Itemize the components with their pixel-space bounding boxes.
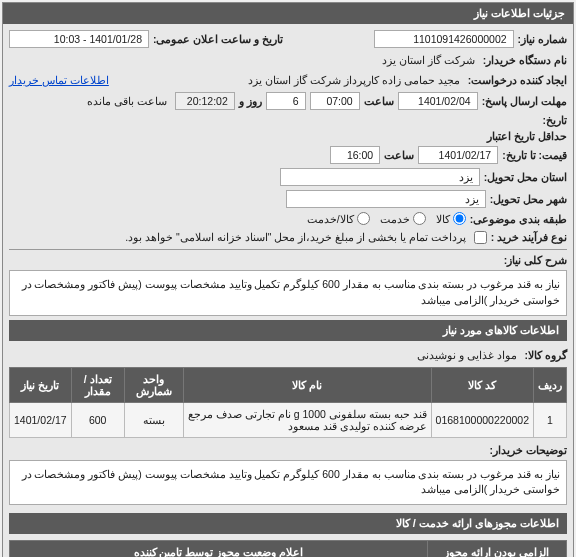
deadline-time: 07:00: [310, 92, 360, 110]
group-label: گروه کالا:: [525, 349, 567, 361]
days-value: 6: [266, 92, 306, 110]
day-label: روز و: [239, 95, 262, 107]
loc-city-value: یزد: [286, 190, 486, 208]
remain-time: 20:12:02: [175, 92, 235, 110]
radio-goods-input[interactable]: [453, 212, 466, 225]
buyer-org-value: شرکت گاز استان یزد: [378, 52, 479, 68]
permits-section-title: اطلاعات مجوزهای ارائه خدمت / کالا: [9, 513, 567, 534]
deadline-date: 1401/02/04: [398, 92, 478, 110]
buyer-org-label: نام دستگاه خریدار:: [483, 54, 567, 66]
td-unit: بسته: [124, 402, 183, 437]
th-mandatory: الزامی بودن ارائه مجوز: [427, 541, 566, 558]
history-label: تاریخ:: [543, 114, 568, 126]
row-valid-from-label: حداقل تاریخ اعتبار: [9, 130, 567, 142]
valid-from-label: حداقل تاریخ اعتبار: [487, 130, 567, 142]
row-history: تاریخ:: [9, 114, 567, 126]
th-unit: واحد شمارش: [124, 367, 183, 402]
radio-goods[interactable]: کالا: [436, 212, 466, 225]
desc-label: شرح کلی نیاز:: [477, 254, 567, 266]
group-value: مواد غذایی و نوشیدنی: [413, 347, 521, 363]
category-radio-group: کالا خدمت کالا/خدمت: [307, 212, 466, 225]
row-desc: شرح کلی نیاز: نیاز به قند مرغوب در بسته …: [9, 254, 567, 316]
contact-link[interactable]: اطلاعات تماس خریدار: [9, 74, 109, 86]
row-buyer-org: نام دستگاه خریدار: شرکت گاز استان یزد: [9, 52, 567, 68]
loc-need-value: یزد: [280, 168, 480, 186]
radio-goods-service-input[interactable]: [357, 212, 370, 225]
requester-value: مجید حمامی زاده کارپرداز شرکت گاز استان …: [244, 72, 463, 88]
category-label: طبقه بندی موضوعی:: [470, 213, 567, 225]
td-name: قند حبه بسته سلفونی 1000 g نام تجارتی صد…: [183, 402, 431, 437]
deadline-label: مهلت ارسال پاسخ:: [482, 95, 567, 107]
td-qty: 600: [71, 402, 124, 437]
valid-to-date: 1401/02/17: [418, 146, 498, 164]
row-buyer-notes: توضیحات خریدار: نیاز به قند مرغوب در بست…: [9, 444, 567, 506]
buyer-notes-text: نیاز به قند مرغوب در بسته بندی مناسب به …: [9, 460, 567, 506]
permits-header-row: الزامی بودن ارائه مجوز اعلام وضعیت مجوز …: [10, 541, 567, 558]
time-label-1: ساعت: [364, 95, 394, 107]
radio-goods-service-label: کالا/خدمت: [307, 213, 354, 225]
need-details-panel: جزئیات اطلاعات نیاز شماره نیاز: 11010914…: [2, 2, 574, 557]
td-date: 1401/02/17: [10, 402, 72, 437]
permits-area: الزامی بودن ارائه مجوز اعلام وضعیت مجوز …: [9, 540, 567, 557]
th-name: نام کالا: [183, 367, 431, 402]
th-row: ردیف: [534, 367, 567, 402]
permits-table: الزامی بودن ارائه مجوز اعلام وضعیت مجوز …: [9, 540, 567, 557]
panel-body: شماره نیاز: 1101091426000002 تاریخ و ساع…: [3, 24, 573, 557]
table-header-row: ردیف کد کالا نام کالا واحد شمارش تعداد /…: [10, 367, 567, 402]
items-table: ردیف کد کالا نام کالا واحد شمارش تعداد /…: [9, 367, 567, 438]
row-valid-to: قیمت: تا تاریخ: 1401/02/17 ساعت 16:00: [9, 146, 567, 164]
table-row: 1 0168100000220002 قند حبه بسته سلفونی 1…: [10, 402, 567, 437]
requester-label: ایجاد کننده درخواست:: [468, 74, 567, 86]
th-code: کد کالا: [431, 367, 533, 402]
td-code: 0168100000220002: [431, 402, 533, 437]
loc-need-label: استان محل تحویل:: [484, 171, 567, 183]
row-loc-city: شهر محل تحویل: یزد: [9, 190, 567, 208]
row-deadline: مهلت ارسال پاسخ: 1401/02/04 ساعت 07:00 6…: [9, 92, 567, 110]
public-datetime-label: تاریخ و ساعت اعلان عمومی:: [153, 33, 283, 45]
purchase-type-label: نوع فرآیند خرید :: [491, 231, 567, 243]
remain-suffix: ساعت باقی مانده: [83, 93, 171, 109]
purchase-type-note: پرداخت تمام یا بخشی از مبلغ خرید،از محل …: [121, 229, 469, 245]
valid-to-label: قیمت: تا تاریخ:: [502, 149, 567, 161]
row-group: گروه کالا: مواد غذایی و نوشیدنی: [9, 347, 567, 363]
row-category: طبقه بندی موضوعی: کالا خدمت کالا/خدمت: [9, 212, 567, 225]
public-datetime-value: 1401/01/28 - 10:03: [9, 30, 149, 48]
td-row: 1: [534, 402, 567, 437]
radio-goods-service[interactable]: کالا/خدمت: [307, 212, 370, 225]
th-status: اعلام وضعیت مجوز توسط تامین کننده: [10, 541, 428, 558]
desc-text: نیاز به قند مرغوب در بسته بندی مناسب به …: [9, 270, 567, 316]
row-need-no: شماره نیاز: 1101091426000002 تاریخ و ساع…: [9, 30, 567, 48]
row-loc-need: استان محل تحویل: یزد: [9, 168, 567, 186]
th-date: تاریخ نیاز: [10, 367, 72, 402]
radio-service[interactable]: خدمت: [380, 212, 426, 225]
items-section-title: اطلاعات کالاهای مورد نیاز: [9, 320, 567, 341]
valid-to-time: 16:00: [330, 146, 380, 164]
purchase-type-checkbox[interactable]: [474, 231, 487, 244]
row-requester: ایجاد کننده درخواست: مجید حمامی زاده کار…: [9, 72, 567, 88]
buyer-notes-label: توضیحات خریدار:: [477, 444, 567, 456]
th-qty: تعداد / مقدار: [71, 367, 124, 402]
divider-1: [9, 249, 567, 250]
need-no-label: شماره نیاز:: [518, 33, 567, 45]
time-label-2: ساعت: [384, 149, 414, 161]
radio-service-input[interactable]: [413, 212, 426, 225]
radio-goods-label: کالا: [436, 213, 450, 225]
need-no-value: 1101091426000002: [374, 30, 514, 48]
loc-city-label: شهر محل تحویل:: [490, 193, 567, 205]
radio-service-label: خدمت: [380, 213, 410, 225]
panel-title: جزئیات اطلاعات نیاز: [3, 3, 573, 24]
row-purchase-type: نوع فرآیند خرید : پرداخت تمام یا بخشی از…: [9, 229, 567, 245]
